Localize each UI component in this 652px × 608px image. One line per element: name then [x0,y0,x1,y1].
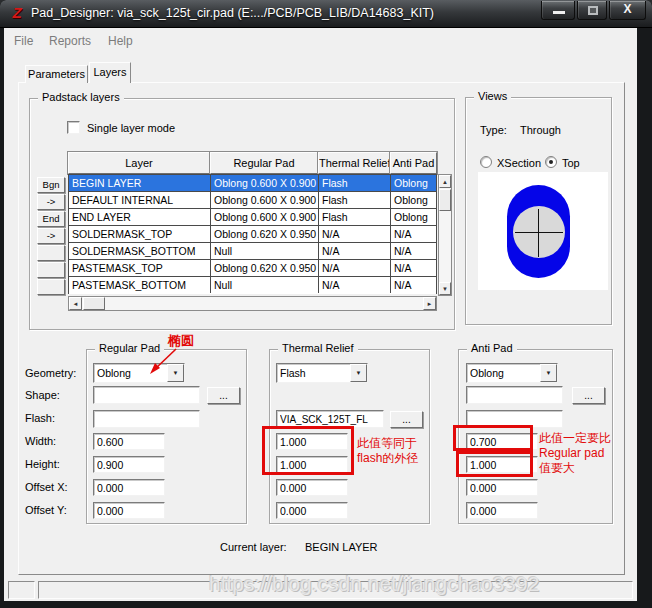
anti-pad-offset-x-field[interactable] [466,479,538,496]
antipad-note-line1: 此值一定要比 [539,431,611,446]
regular-pad-offset-y-field[interactable] [93,502,165,519]
cell-layer[interactable]: SOLDERMASK_BOTTOM [69,243,211,259]
column-header-anti-pad[interactable]: Anti Pad [390,152,437,174]
regular-pad-shape-field[interactable] [93,386,200,404]
top-radio-label: Top [562,157,580,169]
regular-pad-width-field[interactable] [93,433,165,450]
table-row[interactable]: PASTEMASK_BOTTOM Null N/A N/A [69,277,436,294]
top-radio[interactable] [545,156,557,168]
regular-pad-offset-x-field[interactable] [93,479,165,496]
begin-layer-button[interactable]: Bgn [37,177,65,193]
cell-layer[interactable]: PASTEMASK_TOP [69,260,211,276]
thermal-relief-offset-y-field[interactable] [276,502,348,519]
cell-anti-pad[interactable]: N/A [391,243,436,259]
padstack-table: Layer Regular Pad Thermal Relief Anti Pa… [68,152,452,308]
column-header-regular-pad[interactable]: Regular Pad [210,152,318,174]
thermal-relief-browse-button[interactable]: ... [390,411,423,428]
titlebar[interactable]: Z Pad_Designer: via_sck_125t_cir.pad (E:… [0,0,652,28]
xsection-radio[interactable] [480,156,492,168]
cell-anti-pad[interactable]: Oblong [391,192,436,208]
table-row[interactable]: BEGIN LAYER Oblong 0.600 X 0.900 Flash O… [69,175,436,192]
cell-regular-pad[interactable]: Oblong 0.620 X 0.950 [211,260,319,276]
menu-reports[interactable]: Reports [49,28,91,54]
thermal-note-line1: 此值等同于 [357,436,418,451]
cell-regular-pad[interactable]: Oblong 0.600 X 0.900 [211,209,319,225]
vertical-scrollbar[interactable]: ▲ ▼ [438,174,452,296]
regular-pad-height-field[interactable] [93,456,165,473]
anti-pad-geometry-select[interactable]: Oblong ▼ [466,363,558,383]
table-row[interactable]: DEFAULT INTERNAL Oblong 0.600 X 0.900 Fl… [69,192,436,209]
column-header-layer[interactable]: Layer [68,152,210,174]
cell-layer[interactable]: BEGIN LAYER [69,175,211,191]
cell-anti-pad[interactable]: N/A [391,226,436,242]
horizontal-scrollbar[interactable]: ◄ ► [68,296,437,311]
thermal-note-line2: flash的外径 [357,451,418,466]
cell-anti-pad[interactable]: N/A [391,260,436,276]
cell-thermal-relief[interactable]: Flash [319,175,391,191]
anti-pad-browse-button[interactable]: ... [572,387,605,404]
cell-thermal-relief[interactable]: N/A [319,260,391,276]
scroll-right-icon[interactable]: ► [423,297,436,310]
blank-button-1[interactable] [37,245,65,261]
scroll-left-icon[interactable]: ◄ [69,297,82,310]
table-row[interactable]: SOLDERMASK_TOP Oblong 0.620 X 0.950 N/A … [69,226,436,243]
cell-anti-pad[interactable]: Oblong [391,175,436,191]
cell-layer[interactable]: DEFAULT INTERNAL [69,192,211,208]
cell-thermal-relief[interactable]: Flash [319,209,391,225]
cell-layer[interactable]: SOLDERMASK_TOP [69,226,211,242]
cell-regular-pad[interactable]: Null [211,277,319,293]
close-button[interactable]: X [609,1,646,20]
thermal-relief-geometry-select[interactable]: Flash ▼ [276,363,368,383]
cell-layer[interactable]: PASTEMASK_BOTTOM [69,277,211,293]
crosshair-icon [515,232,563,233]
cell-thermal-relief[interactable]: N/A [319,243,391,259]
cell-thermal-relief[interactable]: N/A [319,277,391,293]
menu-file[interactable]: File [14,28,33,54]
cell-anti-pad[interactable]: N/A [391,277,436,293]
cell-layer[interactable]: END LAYER [69,209,211,225]
cell-regular-pad[interactable]: Null [211,243,319,259]
cell-regular-pad[interactable]: Oblong 0.600 X 0.900 [211,175,319,191]
chevron-down-icon[interactable]: ▼ [350,364,367,382]
arrow-button-2[interactable]: -> [37,228,65,244]
cell-regular-pad[interactable]: Oblong 0.600 X 0.900 [211,192,319,208]
horizontal-scroll-thumb[interactable] [83,297,105,310]
anti-pad-shape-field[interactable] [466,386,563,404]
cell-anti-pad[interactable]: Oblong [391,209,436,225]
anti-pad-geometry-value: Oblong [470,365,504,381]
cell-thermal-relief[interactable]: N/A [319,226,391,242]
regular-pad-flash-field[interactable] [93,410,200,428]
current-layer-label: Current layer: [220,541,287,553]
menu-help[interactable]: Help [108,28,133,54]
flash-label: Flash: [25,412,55,424]
end-layer-button[interactable]: End [37,211,65,227]
chevron-down-icon[interactable]: ▼ [540,364,557,382]
cell-regular-pad[interactable]: Oblong 0.620 X 0.950 [211,226,319,242]
regular-pad-geometry-value: Oblong [97,365,131,381]
table-row[interactable]: PASTEMASK_TOP Oblong 0.620 X 0.950 N/A N… [69,260,436,277]
scroll-down-icon[interactable]: ▼ [439,282,451,295]
minimize-icon [553,11,565,14]
table-grid: BEGIN LAYER Oblong 0.600 X 0.900 Flash O… [68,174,437,294]
anti-pad-offset-y-field[interactable] [466,502,538,519]
vertical-scroll-thumb[interactable] [439,189,451,211]
tab-parameters[interactable]: Parameters [25,65,88,83]
thermal-relief-offset-x-field[interactable] [276,479,348,496]
blank-button-3[interactable] [37,279,65,295]
thermal-note: 此值等同于 flash的外径 [357,436,418,466]
column-header-thermal-relief[interactable]: Thermal Relief [318,152,390,174]
blank-button-2[interactable] [37,262,65,278]
maximize-button[interactable] [577,1,607,20]
scroll-up-icon[interactable]: ▲ [439,175,451,188]
arrow-button-1[interactable]: -> [37,194,65,210]
width-label: Width: [25,435,56,447]
regular-pad-browse-button[interactable]: ... [207,387,240,404]
table-row[interactable]: SOLDERMASK_BOTTOM Null N/A N/A [69,243,436,260]
tab-layers[interactable]: Layers [89,62,131,83]
client-area: File Reports Help Parameters Layers Pads… [4,28,637,601]
minimize-button[interactable] [541,1,575,20]
cell-thermal-relief[interactable]: Flash [319,192,391,208]
height-label: Height: [25,458,60,470]
single-layer-mode-checkbox[interactable] [67,121,80,134]
table-row[interactable]: END LAYER Oblong 0.600 X 0.900 Flash Obl… [69,209,436,226]
